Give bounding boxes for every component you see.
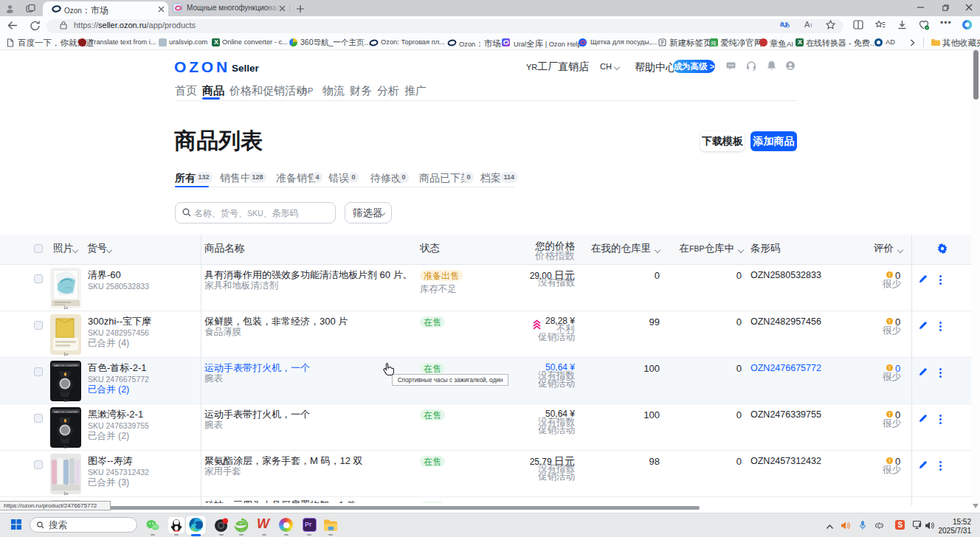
svg-text:WATCH LIGHTER: WATCH LIGHTER	[54, 364, 78, 367]
svg-text:WATCH LIGHTER: WATCH LIGHTER	[54, 410, 78, 414]
